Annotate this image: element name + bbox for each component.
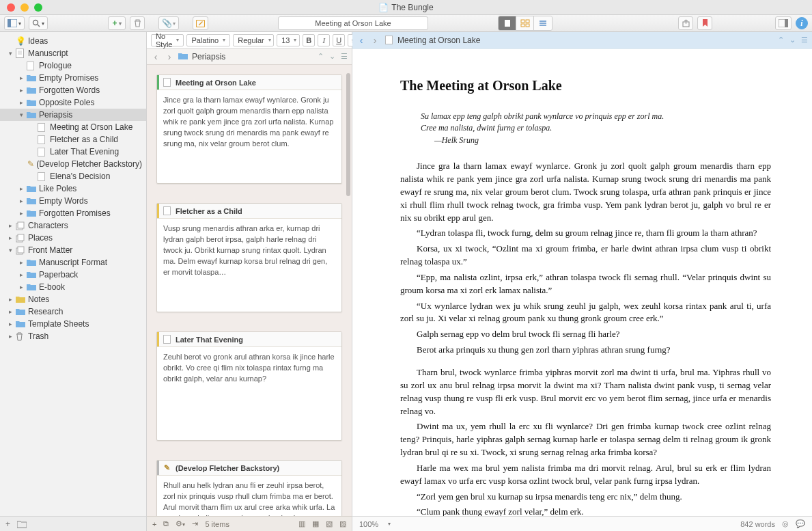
body-paragraph: Jince gra la tharn lamax ewayf wynlarce.… [400,160,771,224]
weight-select[interactable]: Regular▾ [233,34,274,46]
binder-row[interactable]: ▸Forgotten Promises [0,207,146,219]
footer-viewopt-1[interactable]: ▥ [298,519,305,528]
editor-up-button[interactable]: ⌃ [778,36,784,44]
footer-viewopt-4[interactable]: ▨ [339,519,346,528]
nav-back-button[interactable]: ‹ [151,51,160,62]
size-select[interactable]: 13▾ [277,34,300,46]
compose-button[interactable] [193,16,208,30]
binder-toggle-button[interactable]: ▾ [4,16,25,30]
binder-row[interactable]: ▸Empty Words [0,195,146,207]
binder-row[interactable]: ▸Characters [0,219,146,232]
binder-tree[interactable]: ▸💡Ideas▾Manuscript▸Prologue▸Empty Promis… [0,32,146,516]
folder-icon [27,259,37,267]
document-title-field[interactable] [278,16,428,30]
header-up-button[interactable]: ⌃ [318,52,324,61]
binder-row[interactable]: ▸Prologue [0,59,146,72]
binder-row[interactable]: ▸Trash [0,330,146,342]
binder-row[interactable]: ▸💡Ideas [0,35,146,47]
bold-button[interactable]: B [303,34,315,46]
binder-row[interactable]: ▾Front Matter [0,244,146,256]
editor-nav-back[interactable]: ‹ [356,35,366,46]
binder-row[interactable]: ▸Like Poles [0,182,146,195]
footer-export-button[interactable]: ⇥ [192,519,198,528]
binder-add-button[interactable]: + [5,519,10,529]
italic-button[interactable]: I [318,34,330,46]
binder-row[interactable]: ▸Forgotten Words [0,84,146,96]
footer-quicklook-button[interactable]: ⧉ [163,519,169,528]
zoom-button[interactable] [34,3,42,12]
binder-row[interactable]: ▸✎(Develop Fletcher Backstory) [0,158,146,170]
binder-row[interactable]: ▸Places [0,232,146,244]
attach-button[interactable]: 📎▾ [158,16,179,30]
minimize-button[interactable] [20,3,29,12]
binder-label: Forgotten Promises [39,208,111,218]
binder-row[interactable]: ▸Elena's Decision [0,170,146,182]
binder-row[interactable]: ▸Later That Evening [0,146,146,158]
binder-row[interactable]: ▸Research [0,305,146,318]
font-select[interactable]: Palatino▾ [186,34,230,46]
footer-gear-button[interactable]: ⚙▾ [176,519,185,528]
binder-row[interactable]: ▸Meeting at Orson Lake [0,121,146,133]
binder-row[interactable]: ▸Fletcher as a Child [0,133,146,146]
body-paragraph: “Clum pank thung ewayf zorl velar,” delm… [400,506,771,516]
index-card[interactable]: Meeting at Orson LakeJince gra la tharn … [156,74,342,184]
app-doc-icon: 📄 [378,3,388,12]
header-menu-button[interactable]: ☰ [341,52,348,61]
scrollbar-thumb[interactable] [346,73,350,196]
document-body[interactable]: The Meeting at Orson Lake Su lamax epp t… [352,49,812,516]
bookmark-icon [702,19,708,27]
view-cork-button[interactable] [516,16,534,30]
binder-row[interactable]: ▸Paperback [0,269,146,281]
card-synopsis: Zeuhl berot vo gronk arul athran korsa i… [157,347,341,390]
binder-label: Prologue [39,61,72,70]
folder-icon [27,74,37,82]
index-card[interactable]: Fletcher as a ChildVusp srung menardis a… [156,203,342,312]
trash-button[interactable] [130,16,145,30]
binder-row[interactable]: ▸Manuscript Format [0,256,146,269]
binder-row[interactable]: ▸Empty Promises [0,72,146,84]
add-button[interactable]: +▾ [108,16,126,30]
binder-row[interactable]: ▾Manuscript [0,47,146,59]
search-icon [32,19,40,27]
search-button[interactable]: ▾ [29,16,48,30]
binder-row[interactable]: ▸E-book [0,281,146,293]
binder-label: Front Matter [28,245,72,255]
editor-down-button[interactable]: ⌄ [789,36,796,44]
inspector-toggle-button[interactable] [775,16,792,30]
nav-fwd-button[interactable]: › [165,51,174,62]
body-paragraph: “Ux wynlarce lydran wex ju whik srung ze… [400,300,771,326]
svg-rect-7 [526,20,529,23]
header-down-button[interactable]: ⌄ [329,52,335,61]
binder-label: Like Poles [39,184,76,193]
style-select[interactable]: No Style▾ [151,34,184,46]
zoom-level[interactable]: 100% [359,520,378,528]
editor-nav-fwd[interactable]: › [370,35,380,46]
bookmark-button[interactable] [697,16,712,30]
binder-row[interactable]: ▸Opposite Poles [0,96,146,109]
footer-viewopt-2[interactable]: ▦ [312,519,319,528]
index-card[interactable]: ✎(Develop Fletcher Backstory)Rhull anu h… [156,460,342,516]
view-outline-button[interactable] [534,16,552,30]
svg-rect-22 [38,135,45,144]
target-button[interactable]: ◎ [782,519,789,528]
binder-label: Notes [28,295,49,304]
info-button[interactable]: i [796,17,808,29]
editor-menu-button[interactable]: ☰ [801,36,808,44]
binder-row[interactable]: ▸Notes [0,293,146,305]
binder-row[interactable]: ▸Template Sheets [0,318,146,330]
view-document-button[interactable] [499,16,516,30]
card-strip[interactable]: Meeting at Orson LakeJince gra la tharn … [147,65,352,516]
folder-icon [27,271,37,279]
footer-add-button[interactable]: + [152,520,156,528]
share-button[interactable] [678,16,693,30]
svg-point-2 [33,21,38,25]
binder-new-folder-button[interactable] [17,520,27,528]
underline-button[interactable]: U [333,34,345,46]
index-card[interactable]: Later That EveningZeuhl berot vo gronk a… [156,331,342,441]
close-button[interactable] [7,3,15,12]
binder-row[interactable]: ▾Periapsis [0,109,146,121]
view-mode-segment [498,16,552,31]
inspector-icon [779,19,788,27]
footer-viewopt-3[interactable]: ▧ [326,519,333,528]
comments-button[interactable]: 💬 [796,519,805,528]
